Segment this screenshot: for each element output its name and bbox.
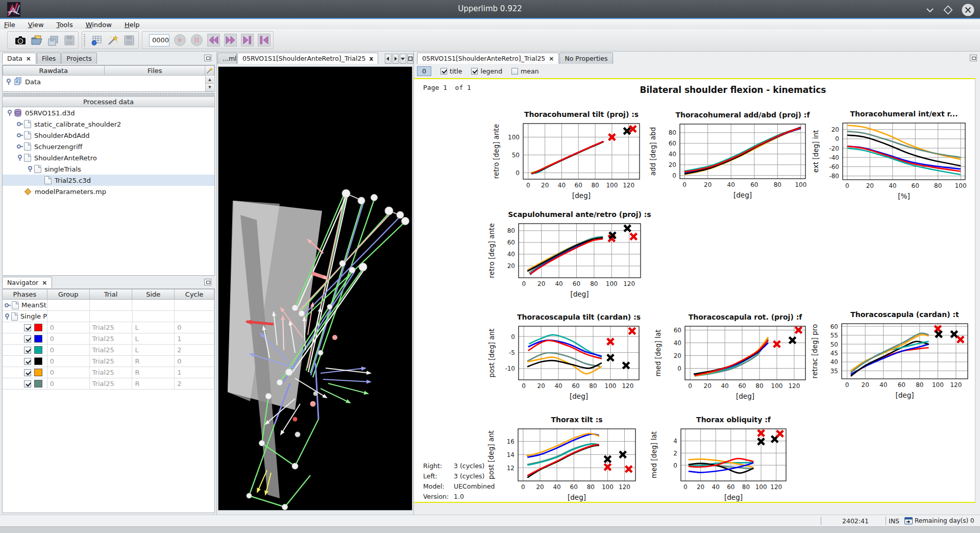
menu-window[interactable]: Window bbox=[85, 21, 118, 29]
tree-item[interactable]: singleTrials bbox=[3, 163, 214, 175]
navigator-column-phases[interactable]: Phases bbox=[3, 289, 47, 300]
close-icon[interactable] bbox=[961, 3, 975, 19]
mean-checkbox[interactable] bbox=[511, 68, 518, 75]
save-report-button[interactable] bbox=[123, 34, 135, 47]
phase-checkbox[interactable] bbox=[24, 369, 31, 376]
svg-text:[deg]: [deg] bbox=[733, 191, 752, 199]
panel-minimize-button[interactable] bbox=[204, 279, 211, 285]
tree-item[interactable]: 05RVO1S1.d3d bbox=[3, 107, 214, 118]
svg-text:80: 80 bbox=[587, 483, 595, 491]
tab-scroll-left-button[interactable] bbox=[385, 54, 391, 64]
navigator-column-cycle[interactable]: Cycle bbox=[175, 289, 214, 300]
tab-no-properties[interactable]: No Properties bbox=[559, 53, 612, 64]
menu-tools[interactable]: Tools bbox=[56, 21, 79, 29]
tab-data[interactable]: Data× bbox=[2, 53, 36, 64]
tab-viewer-trial[interactable]: 05RVO1S1[ShoulderAnteRetro]_Trial25x bbox=[237, 53, 378, 64]
tab-projects[interactable]: Projects bbox=[61, 53, 96, 64]
database-icon bbox=[14, 109, 22, 117]
rawdata-root-row[interactable]: Data bbox=[3, 76, 206, 87]
title-checkbox[interactable] bbox=[440, 68, 447, 75]
rewind-button[interactable] bbox=[207, 34, 220, 47]
svg-text:80: 80 bbox=[742, 483, 750, 491]
collapsed-expander-icon[interactable] bbox=[16, 143, 24, 150]
svg-text:post [deg] ant: post [deg] ant bbox=[487, 329, 496, 378]
navigator-row[interactable]: 0Trial25R2 bbox=[3, 378, 214, 390]
frame-counter-field[interactable]: 0000 bbox=[149, 34, 169, 46]
tab-plot-trial[interactable]: 05RVO1S1[ShoulderAnteRetro]_Trial25× bbox=[417, 53, 559, 64]
tree-item[interactable]: ShoulderAnteRetro bbox=[3, 152, 214, 163]
tab-scroll-right-button[interactable] bbox=[393, 54, 399, 64]
scrollbar[interactable]: ▲ ▼ bbox=[205, 76, 214, 91]
tree-item[interactable]: static_calibrate_shoulder2 bbox=[3, 118, 214, 130]
tab-files[interactable]: Files bbox=[37, 53, 61, 64]
navigator-row[interactable]: 0Trial25R0 bbox=[3, 356, 214, 367]
tree-item[interactable]: Trial25.c3d bbox=[3, 175, 214, 186]
menu-view[interactable]: View bbox=[28, 21, 50, 29]
navigator-row[interactable]: 0Trial25L0 bbox=[3, 322, 214, 333]
navigator-row[interactable]: Single P bbox=[3, 311, 214, 322]
svg-text:60: 60 bbox=[674, 327, 681, 334]
skip-to-end-button[interactable] bbox=[241, 34, 254, 47]
column-header-files[interactable]: Files bbox=[104, 65, 206, 76]
toolbar-drag-handle[interactable] bbox=[84, 34, 85, 47]
panel-minimize-button[interactable] bbox=[204, 55, 211, 61]
tree-item[interactable]: modelParameters.mp bbox=[3, 186, 214, 197]
navigator-row[interactable]: 0Trial25L1 bbox=[3, 333, 214, 345]
menu-file[interactable]: File bbox=[4, 21, 21, 29]
skip-to-start-button[interactable] bbox=[258, 34, 271, 47]
tab-overflow[interactable]: ...ml bbox=[217, 53, 237, 64]
menu-help[interactable]: Help bbox=[124, 21, 146, 29]
panel-minimize-button[interactable] bbox=[970, 55, 977, 61]
expanded-expander-icon[interactable] bbox=[16, 154, 24, 161]
wizard-button[interactable] bbox=[107, 34, 119, 47]
tab-list-button[interactable] bbox=[400, 54, 406, 64]
navigator-column-group[interactable]: Group bbox=[47, 289, 90, 300]
save-button[interactable] bbox=[63, 34, 76, 47]
phase-checkbox[interactable] bbox=[24, 324, 31, 331]
processed-data-header[interactable]: Processed data bbox=[2, 96, 215, 107]
tree-item[interactable]: ShoulderAbdAdd bbox=[3, 130, 214, 141]
collapsed-expander-icon[interactable] bbox=[16, 132, 24, 138]
tab-navigator[interactable]: Navigator× bbox=[2, 277, 52, 288]
legend-checkbox[interactable] bbox=[471, 68, 478, 75]
svg-text:0: 0 bbox=[673, 462, 677, 469]
close-tab-icon[interactable]: × bbox=[26, 55, 31, 62]
expanded-expander-icon[interactable] bbox=[6, 109, 14, 116]
expanded-expander-icon[interactable] bbox=[26, 165, 34, 173]
navigator-row[interactable]: 0Trial25R1 bbox=[3, 367, 214, 378]
collapsed-expander-icon[interactable] bbox=[16, 121, 24, 127]
snapshot-button[interactable] bbox=[14, 34, 27, 47]
navigator-column-side[interactable]: Side bbox=[132, 289, 175, 300]
tree-item[interactable]: Schuerzengriff bbox=[3, 141, 214, 152]
close-tab-icon[interactable]: × bbox=[42, 279, 47, 286]
svg-text:35: 35 bbox=[830, 368, 838, 375]
page-button[interactable]: 0 bbox=[417, 66, 431, 76]
svg-text:100: 100 bbox=[795, 181, 806, 188]
splitter-handle[interactable] bbox=[2, 93, 215, 96]
save-copy-button[interactable] bbox=[47, 34, 59, 47]
pause-button[interactable] bbox=[190, 34, 203, 47]
svg-text:40: 40 bbox=[721, 382, 728, 390]
wizard-corner-icon[interactable] bbox=[205, 65, 214, 76]
import-table-button[interactable] bbox=[90, 34, 103, 47]
svg-text:Thoracoscapula rot. (proj) :f: Thoracoscapula rot. (proj) :f bbox=[689, 313, 803, 321]
play-button[interactable] bbox=[174, 34, 186, 47]
phase-checkbox[interactable] bbox=[24, 335, 31, 343]
minimize-icon[interactable] bbox=[924, 5, 936, 18]
phase-checkbox[interactable] bbox=[24, 380, 31, 387]
3d-viewport[interactable] bbox=[218, 66, 412, 511]
phase-checkbox[interactable] bbox=[24, 347, 31, 354]
open-button[interactable] bbox=[31, 34, 43, 47]
close-tab-icon[interactable]: × bbox=[549, 55, 554, 62]
svg-text:80: 80 bbox=[774, 181, 781, 188]
fast-forward-button[interactable] bbox=[224, 34, 237, 47]
navigator-row[interactable]: MeanSt bbox=[3, 300, 214, 311]
svg-text:55: 55 bbox=[830, 332, 838, 339]
maximize-view-button[interactable] bbox=[407, 54, 413, 64]
column-header-rawdata[interactable]: Rawdata bbox=[3, 65, 104, 76]
phase-checkbox[interactable] bbox=[24, 358, 31, 365]
navigator-column-trial[interactable]: Trial bbox=[90, 289, 133, 300]
close-tab-icon[interactable]: x bbox=[369, 55, 373, 62]
navigator-row[interactable]: 0Trial25L2 bbox=[3, 345, 214, 356]
maximize-icon[interactable] bbox=[943, 5, 954, 18]
